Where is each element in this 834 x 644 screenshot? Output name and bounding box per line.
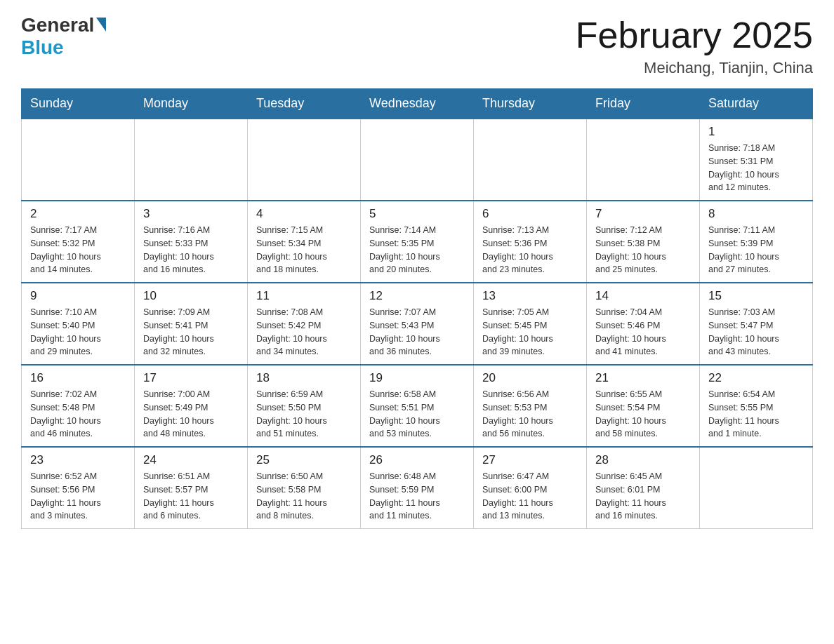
calendar-cell: 22Sunrise: 6:54 AM Sunset: 5:55 PM Dayli…	[700, 365, 813, 447]
day-info: Sunrise: 7:07 AM Sunset: 5:43 PM Dayligh…	[369, 306, 465, 358]
day-info: Sunrise: 7:10 AM Sunset: 5:40 PM Dayligh…	[30, 306, 126, 358]
day-header-monday: Monday	[135, 89, 248, 119]
day-header-friday: Friday	[587, 89, 700, 119]
calendar-cell: 14Sunrise: 7:04 AM Sunset: 5:46 PM Dayli…	[587, 283, 700, 365]
day-number: 19	[369, 371, 465, 385]
calendar-cell: 1Sunrise: 7:18 AM Sunset: 5:31 PM Daylig…	[700, 119, 813, 201]
day-header-wednesday: Wednesday	[361, 89, 474, 119]
calendar-cell: 19Sunrise: 6:58 AM Sunset: 5:51 PM Dayli…	[361, 365, 474, 447]
day-number: 22	[708, 371, 804, 385]
calendar-cell: 12Sunrise: 7:07 AM Sunset: 5:43 PM Dayli…	[361, 283, 474, 365]
calendar-cell: 25Sunrise: 6:50 AM Sunset: 5:58 PM Dayli…	[248, 447, 361, 529]
day-info: Sunrise: 6:51 AM Sunset: 5:57 PM Dayligh…	[143, 470, 239, 523]
logo-blue-text: Blue	[21, 36, 64, 59]
day-number: 23	[30, 453, 126, 467]
day-number: 7	[595, 207, 691, 221]
day-info: Sunrise: 7:03 AM Sunset: 5:47 PM Dayligh…	[708, 306, 804, 358]
calendar-cell: 4Sunrise: 7:15 AM Sunset: 5:34 PM Daylig…	[248, 201, 361, 283]
logo-general-text: General	[21, 14, 106, 36]
calendar-table: SundayMondayTuesdayWednesdayThursdayFrid…	[21, 88, 813, 529]
day-number: 12	[369, 289, 465, 303]
calendar-cell: 20Sunrise: 6:56 AM Sunset: 5:53 PM Dayli…	[474, 365, 587, 447]
calendar-cell: 21Sunrise: 6:55 AM Sunset: 5:54 PM Dayli…	[587, 365, 700, 447]
day-info: Sunrise: 6:52 AM Sunset: 5:56 PM Dayligh…	[30, 470, 126, 523]
day-info: Sunrise: 7:02 AM Sunset: 5:48 PM Dayligh…	[30, 388, 126, 441]
day-number: 6	[482, 207, 578, 221]
calendar-cell: 18Sunrise: 6:59 AM Sunset: 5:50 PM Dayli…	[248, 365, 361, 447]
day-number: 17	[143, 371, 239, 385]
day-number: 16	[30, 371, 126, 385]
day-info: Sunrise: 7:05 AM Sunset: 5:45 PM Dayligh…	[482, 306, 578, 358]
day-number: 14	[595, 289, 691, 303]
day-info: Sunrise: 6:56 AM Sunset: 5:53 PM Dayligh…	[482, 388, 578, 441]
calendar-title: February 2025	[576, 14, 813, 56]
week-row-1: 1Sunrise: 7:18 AM Sunset: 5:31 PM Daylig…	[22, 119, 813, 201]
day-info: Sunrise: 6:45 AM Sunset: 6:01 PM Dayligh…	[595, 470, 691, 523]
day-info: Sunrise: 6:48 AM Sunset: 5:59 PM Dayligh…	[369, 470, 465, 523]
day-header-thursday: Thursday	[474, 89, 587, 119]
day-number: 9	[30, 289, 126, 303]
day-number: 27	[482, 453, 578, 467]
day-number: 28	[595, 453, 691, 467]
day-number: 20	[482, 371, 578, 385]
calendar-cell: 11Sunrise: 7:08 AM Sunset: 5:42 PM Dayli…	[248, 283, 361, 365]
day-info: Sunrise: 6:58 AM Sunset: 5:51 PM Dayligh…	[369, 388, 465, 441]
calendar-cell: 7Sunrise: 7:12 AM Sunset: 5:38 PM Daylig…	[587, 201, 700, 283]
calendar-cell: 16Sunrise: 7:02 AM Sunset: 5:48 PM Dayli…	[22, 365, 135, 447]
calendar-cell: 5Sunrise: 7:14 AM Sunset: 5:35 PM Daylig…	[361, 201, 474, 283]
calendar-cell	[135, 119, 248, 201]
day-info: Sunrise: 6:50 AM Sunset: 5:58 PM Dayligh…	[256, 470, 352, 523]
page-header: General Blue February 2025 Meichang, Tia…	[21, 14, 813, 77]
day-number: 13	[482, 289, 578, 303]
calendar-cell: 6Sunrise: 7:13 AM Sunset: 5:36 PM Daylig…	[474, 201, 587, 283]
day-info: Sunrise: 7:14 AM Sunset: 5:35 PM Dayligh…	[369, 224, 465, 276]
day-info: Sunrise: 7:09 AM Sunset: 5:41 PM Dayligh…	[143, 306, 239, 358]
calendar-cell: 10Sunrise: 7:09 AM Sunset: 5:41 PM Dayli…	[135, 283, 248, 365]
calendar-cell: 9Sunrise: 7:10 AM Sunset: 5:40 PM Daylig…	[22, 283, 135, 365]
day-info: Sunrise: 7:17 AM Sunset: 5:32 PM Dayligh…	[30, 224, 126, 276]
day-number: 24	[143, 453, 239, 467]
day-number: 21	[595, 371, 691, 385]
day-info: Sunrise: 7:08 AM Sunset: 5:42 PM Dayligh…	[256, 306, 352, 358]
day-number: 15	[708, 289, 804, 303]
day-info: Sunrise: 6:55 AM Sunset: 5:54 PM Dayligh…	[595, 388, 691, 441]
calendar-cell: 26Sunrise: 6:48 AM Sunset: 5:59 PM Dayli…	[361, 447, 474, 529]
day-info: Sunrise: 6:47 AM Sunset: 6:00 PM Dayligh…	[482, 470, 578, 523]
day-number: 3	[143, 207, 239, 221]
day-number: 18	[256, 371, 352, 385]
day-info: Sunrise: 7:04 AM Sunset: 5:46 PM Dayligh…	[595, 306, 691, 358]
day-header-saturday: Saturday	[700, 89, 813, 119]
calendar-cell: 17Sunrise: 7:00 AM Sunset: 5:49 PM Dayli…	[135, 365, 248, 447]
calendar-cell	[474, 119, 587, 201]
calendar-cell	[361, 119, 474, 201]
day-number: 5	[369, 207, 465, 221]
day-info: Sunrise: 7:18 AM Sunset: 5:31 PM Dayligh…	[708, 142, 804, 194]
title-block: February 2025 Meichang, Tianjin, China	[576, 14, 813, 77]
week-row-5: 23Sunrise: 6:52 AM Sunset: 5:56 PM Dayli…	[22, 447, 813, 529]
calendar-cell	[22, 119, 135, 201]
calendar-cell: 13Sunrise: 7:05 AM Sunset: 5:45 PM Dayli…	[474, 283, 587, 365]
week-row-4: 16Sunrise: 7:02 AM Sunset: 5:48 PM Dayli…	[22, 365, 813, 447]
calendar-cell: 8Sunrise: 7:11 AM Sunset: 5:39 PM Daylig…	[700, 201, 813, 283]
day-info: Sunrise: 7:00 AM Sunset: 5:49 PM Dayligh…	[143, 388, 239, 441]
day-number: 1	[708, 125, 804, 139]
calendar-cell: 15Sunrise: 7:03 AM Sunset: 5:47 PM Dayli…	[700, 283, 813, 365]
calendar-subtitle: Meichang, Tianjin, China	[576, 59, 813, 77]
logo-arrow-icon	[96, 18, 106, 32]
logo: General Blue	[21, 14, 106, 59]
day-header-sunday: Sunday	[22, 89, 135, 119]
calendar-cell: 3Sunrise: 7:16 AM Sunset: 5:33 PM Daylig…	[135, 201, 248, 283]
calendar-cell	[700, 447, 813, 529]
calendar-cell: 24Sunrise: 6:51 AM Sunset: 5:57 PM Dayli…	[135, 447, 248, 529]
day-info: Sunrise: 7:13 AM Sunset: 5:36 PM Dayligh…	[482, 224, 578, 276]
day-number: 4	[256, 207, 352, 221]
day-number: 8	[708, 207, 804, 221]
day-info: Sunrise: 7:12 AM Sunset: 5:38 PM Dayligh…	[595, 224, 691, 276]
days-header-row: SundayMondayTuesdayWednesdayThursdayFrid…	[22, 89, 813, 119]
calendar-cell: 23Sunrise: 6:52 AM Sunset: 5:56 PM Dayli…	[22, 447, 135, 529]
calendar-cell	[587, 119, 700, 201]
calendar-cell: 2Sunrise: 7:17 AM Sunset: 5:32 PM Daylig…	[22, 201, 135, 283]
day-header-tuesday: Tuesday	[248, 89, 361, 119]
day-number: 11	[256, 289, 352, 303]
week-row-2: 2Sunrise: 7:17 AM Sunset: 5:32 PM Daylig…	[22, 201, 813, 283]
